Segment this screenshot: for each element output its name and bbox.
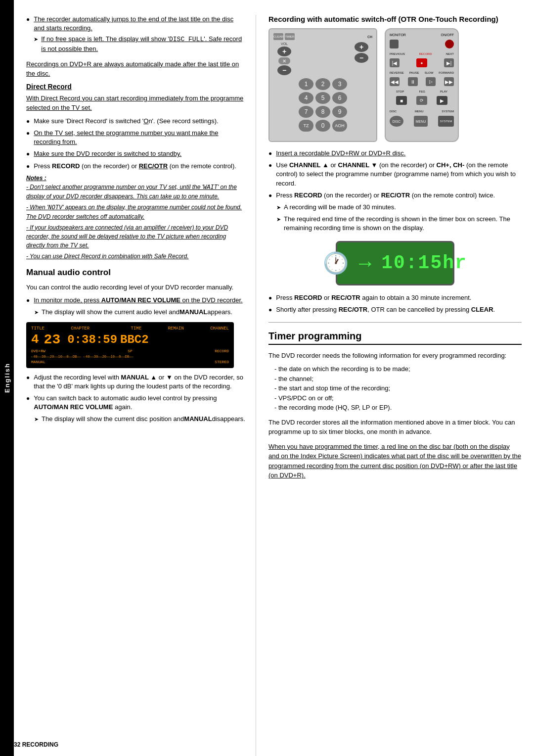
timer-para2: The DVD recorder stores all the informat… bbox=[268, 418, 522, 437]
manual-label: MANUAL bbox=[31, 360, 45, 364]
stereo-label: STEREO bbox=[215, 360, 229, 364]
ch-plus[interactable]: + bbox=[355, 42, 368, 52]
chapter-label: CHAPTER bbox=[71, 326, 89, 331]
dr-bullet-3: Make sure the DVD recorder is switched t… bbox=[26, 149, 246, 158]
num-5[interactable]: 5 bbox=[315, 92, 330, 104]
num-7[interactable]: 7 bbox=[299, 106, 313, 118]
chapter-val: 23 bbox=[44, 332, 61, 347]
otr-bullet-2: Use CHANNEL ▲ or CHANNEL ▼ (on the recor… bbox=[268, 161, 522, 188]
clear-btn[interactable]: CLEAR bbox=[273, 33, 283, 40]
prev-btn[interactable]: |◀ bbox=[390, 58, 400, 67]
channel-val: BBC2 bbox=[120, 333, 149, 346]
timer-item-5: the recording mode (HQ, SP, LP or EP). bbox=[274, 403, 522, 413]
page-footer: 32 RECORDING bbox=[14, 741, 58, 748]
system-btn[interactable]: SYSTEM bbox=[438, 116, 454, 127]
main-content: The recorder automatically jumps to the … bbox=[14, 0, 534, 756]
otr-bullets2: Press RECORD or REC/OTR again to obtain … bbox=[268, 293, 522, 314]
next-btn[interactable]: ▶| bbox=[444, 58, 454, 67]
otr-arrow-1: A recording will be made of 30 minutes. bbox=[268, 203, 522, 212]
timer-btn[interactable]: TIMER bbox=[285, 33, 295, 40]
manual-stereo-row: MANUAL STEREO bbox=[31, 360, 229, 364]
num-6[interactable]: 6 bbox=[332, 92, 347, 104]
left-column: The recorder automatically jumps to the … bbox=[14, 15, 256, 756]
monitor-btn[interactable] bbox=[390, 40, 399, 48]
pause-btn[interactable]: ⏸ bbox=[408, 77, 418, 86]
vol-controls: VOL + ✕ − bbox=[277, 42, 291, 75]
time-label: TIME bbox=[131, 326, 141, 331]
menu-btn[interactable]: MENU bbox=[414, 116, 428, 127]
feg-btn[interactable]: ⟳ bbox=[416, 96, 427, 105]
timer-list: the date on which the recording is to be… bbox=[268, 364, 522, 413]
disc-btn[interactable]: DISC bbox=[390, 116, 403, 127]
arrow-manual-1: The display will show the current audio … bbox=[26, 308, 246, 317]
remotes-row: CLEAR TIMER CH VOL + ✕ − bbox=[268, 28, 522, 142]
vol-minus[interactable]: − bbox=[277, 65, 291, 75]
note-4: - You can use Direct Record in combinati… bbox=[26, 252, 246, 261]
otr-bullet-5: Shortly after pressing REC/OTR, OTR can … bbox=[268, 305, 522, 314]
num-pad: 1 2 3 4 5 6 7 8 9 TZ 0 AOH bbox=[273, 78, 372, 132]
sfp-btns: ■ ⟳ ▶ bbox=[396, 96, 447, 105]
vol-plus[interactable]: + bbox=[277, 47, 291, 56]
language-label: English bbox=[3, 363, 11, 393]
record-badge: RECORD bbox=[215, 349, 229, 353]
intro-bullet-list: The recorder automatically jumps to the … bbox=[26, 15, 246, 56]
manual-bullet-2: Adjust the recording level with MANUAL ▲… bbox=[26, 373, 246, 391]
note-2: - When 'NOTV' appears on the display, th… bbox=[26, 203, 246, 221]
onoff-label: ON/OFF bbox=[441, 33, 454, 37]
top-left-btns: CLEAR TIMER bbox=[273, 33, 295, 40]
page-number: 32 bbox=[14, 741, 20, 748]
dr-bullet-1: Make sure 'Direct Record' is switched 'O… bbox=[26, 117, 246, 126]
section-divider bbox=[268, 322, 522, 323]
play-btn[interactable]: ▶ bbox=[437, 96, 447, 105]
otr-bullets: Insert a recordable DVD+RW or DVD+R disc… bbox=[268, 149, 522, 200]
num-4[interactable]: 4 bbox=[299, 92, 313, 104]
timer-para3: When you have programmed the timer, a re… bbox=[268, 442, 522, 480]
timer-intro: The DVD recorder needs the following inf… bbox=[268, 351, 522, 361]
num-3[interactable]: 3 bbox=[332, 78, 347, 90]
sp-label: SP bbox=[128, 349, 133, 353]
notes-block: Notes : - Don't select another programme… bbox=[26, 174, 246, 261]
num-1[interactable]: 1 bbox=[299, 78, 313, 90]
manual-audio-intro: You can control the audio recording leve… bbox=[26, 283, 246, 292]
dr-bullet-2: On the TV set, select the programme numb… bbox=[26, 129, 246, 146]
power-btn[interactable] bbox=[445, 40, 454, 48]
display-labels-row: TITLE CHAPTER TIME REMAIN CHANNEL bbox=[31, 326, 229, 331]
aoh-btn[interactable]: AOH bbox=[332, 120, 347, 132]
mute-btn[interactable]: ✕ bbox=[278, 57, 290, 64]
slow-btn[interactable]: ▷ bbox=[426, 77, 436, 86]
num-9[interactable]: 9 bbox=[332, 106, 347, 118]
bar-indicators: ←40——30——20——10——0——DB—— ←40——30——20——10… bbox=[31, 355, 229, 359]
time-val: 0:38:59 bbox=[67, 333, 117, 346]
num-0[interactable]: 0 bbox=[315, 120, 330, 132]
notes-label: Notes : bbox=[26, 174, 246, 183]
record-btn[interactable]: ● bbox=[416, 58, 427, 67]
right-column: Recording with automatic switch-off (OTR… bbox=[256, 15, 534, 756]
note-3: - If your loudspeakers are connected (vi… bbox=[26, 223, 246, 250]
intro-text: The recorder automatically jumps to the … bbox=[34, 15, 233, 32]
manual-audio-heading: Manual audio control bbox=[26, 268, 246, 278]
remote-panel: MONITOR ON/OFF PREVIOUS RECORD NEXT | bbox=[385, 28, 459, 142]
transport-btns: ◀◀ ⏸ ▷ ▶▶ bbox=[390, 77, 454, 86]
num-2[interactable]: 2 bbox=[315, 78, 330, 90]
fwd-btn[interactable]: ▶▶ bbox=[444, 77, 454, 86]
channel-label: CHANNEL bbox=[210, 326, 229, 331]
manual-bullet-1: In monitor mode, press AUTO/MAN REC VOLU… bbox=[26, 296, 246, 305]
transport-labels: REVERSE PAUSE SLOW FORWARD bbox=[390, 71, 454, 74]
txt-btn[interactable]: TZ bbox=[299, 120, 313, 132]
stop-btn[interactable]: ■ bbox=[396, 96, 407, 105]
timer-item-3: the start and stop time of the recording… bbox=[274, 383, 522, 393]
manual-bullet-3: You can switch back to automatic audio l… bbox=[26, 394, 246, 412]
ch-minus[interactable]: − bbox=[355, 53, 368, 63]
otr-bullet-4: Press RECORD or REC/OTR again to obtain … bbox=[268, 293, 522, 302]
otr-display: 🕐 → 10:15hr bbox=[336, 241, 454, 285]
otr-bullet-1: Insert a recordable DVD+RW or DVD+R disc… bbox=[268, 149, 522, 158]
note-1: - Don't select another programme number … bbox=[26, 183, 246, 201]
intro-bullet-1: The recorder automatically jumps to the … bbox=[26, 15, 246, 56]
timer-heading: Timer programming bbox=[268, 331, 522, 345]
otr-time: 10:15hr bbox=[381, 252, 467, 274]
rev-btn[interactable]: ◀◀ bbox=[390, 77, 400, 86]
num-8[interactable]: 8 bbox=[315, 106, 330, 118]
direct-record-bullets: Make sure 'Direct Record' is switched 'O… bbox=[26, 117, 246, 171]
vol-ch-controls: VOL + ✕ − + − bbox=[273, 42, 372, 75]
remain-label: REMAIN bbox=[168, 326, 183, 331]
